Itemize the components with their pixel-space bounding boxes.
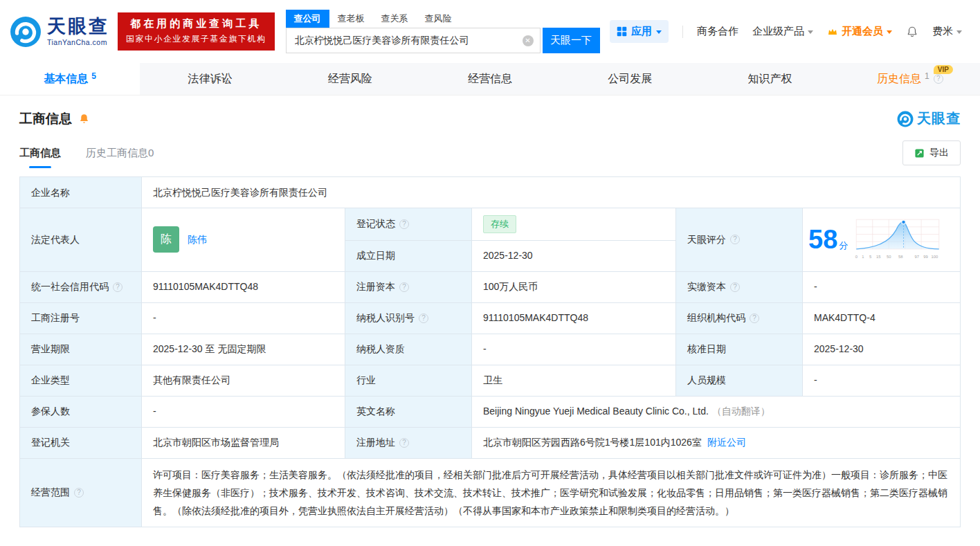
tab-operating-risk[interactable]: 经营风险 (280, 63, 420, 95)
table-row: 企业名称 北京柠悦悦己医疗美容诊所有限责任公司 (20, 177, 960, 208)
value-insured-count: - (142, 397, 345, 427)
svg-text:97: 97 (915, 255, 920, 259)
label-staff-size: 人员规模 (676, 365, 803, 396)
label-approval-date: 核准日期 (676, 334, 803, 365)
search-tab-company[interactable]: 查公司 (286, 10, 329, 28)
username-label: 费米 (932, 25, 953, 38)
search-button[interactable]: 天眼一下 (543, 28, 600, 53)
user-menu[interactable]: 费米 (932, 25, 962, 38)
bell-icon (906, 26, 918, 38)
value-reg-status: 存续 (472, 208, 676, 240)
value-business-term: 2025-12-30 至 无固定期限 (142, 334, 345, 365)
help-icon[interactable]: ? (399, 438, 409, 448)
label-reg-address: 注册地址 ? (345, 428, 472, 458)
search-tab-relation[interactable]: 查关系 (373, 10, 417, 28)
value-taxpayer-quali: - (472, 334, 676, 365)
section-title: 工商信息 (19, 110, 72, 128)
table-row: 营业期限 2025-12-30 至 无固定期限 纳税人资质 - 核准日期 202… (20, 334, 960, 365)
tab-operating-info[interactable]: 经营信息 (420, 63, 560, 95)
divider (682, 26, 683, 38)
search-tab-risk[interactable]: 查风险 (417, 10, 460, 28)
enterprise-label: 企业级产品 (752, 25, 804, 38)
label-company-name: 企业名称 (20, 177, 142, 208)
table-row: 统一社会信用代码 ? 91110105MAK4DTTQ48 注册资本 ? 100… (20, 272, 960, 303)
chevron-down-icon (956, 30, 962, 37)
value-reg-authority: 北京市朝阳区市场监督管理局 (142, 428, 345, 458)
label-legal-rep: 法定代表人 (20, 208, 142, 271)
notification-bell[interactable] (906, 26, 918, 38)
value-legal-rep: 陈 陈伟 (142, 208, 345, 271)
tab-label: 法律诉讼 (188, 72, 232, 87)
score-number: 58 分 (808, 226, 848, 253)
value-english-name: Beijing Ningyue Yueji Medical Beauty Cli… (472, 397, 960, 427)
svg-text:0: 0 (855, 255, 858, 259)
help-icon[interactable]: ? (74, 488, 84, 498)
cooperation-label: 商务合作 (697, 25, 738, 38)
value-company-name: 北京柠悦悦己医疗美容诊所有限责任公司 (142, 177, 960, 208)
main-tab-bar: 基本信息 5 法律诉讼 经营风险 经营信息 公司发展 知识产权 VIP 历史信息… (0, 63, 980, 95)
nav-enterprise-products[interactable]: 企业级产品 (752, 25, 813, 38)
status-badge: 存续 (483, 215, 516, 233)
subscribe-bell-button[interactable] (78, 113, 90, 125)
table-row: 参保人数 - 英文名称 Beijing Ningyue Yueji Medica… (20, 397, 960, 428)
label-est-date: 成立日期 (345, 241, 472, 271)
export-label: 导出 (929, 147, 949, 159)
label-reg-capital: 注册资本 ? (345, 272, 472, 302)
export-button[interactable]: 导出 (902, 140, 961, 165)
legal-rep-link[interactable]: 陈伟 (188, 233, 207, 247)
help-icon[interactable]: ? (730, 235, 740, 244)
subtab-history-business-info[interactable]: 历史工商信息0 (86, 147, 154, 168)
value-approval-date: 2025-12-30 (803, 334, 960, 365)
table-row: 经营范围 ? 许可项目：医疗美容服务；生活美容服务。（依法须经批准的项目，经相关… (20, 459, 960, 527)
legal-rep-avatar[interactable]: 陈 (153, 226, 179, 253)
help-icon[interactable]: ? (399, 282, 409, 292)
bell-icon (78, 113, 90, 125)
help-icon[interactable]: ? (750, 313, 759, 323)
auto-translate-note: （自动翻译） (712, 404, 770, 419)
label-business-scope: 经营范围 ? (20, 459, 142, 527)
clear-icon[interactable]: ✕ (523, 35, 534, 46)
subtab-business-info[interactable]: 工商信息 (19, 147, 61, 168)
label-industry: 行业 (345, 365, 472, 396)
apps-button[interactable]: 应用 (610, 20, 669, 43)
header: 天眼查 TianYanCha.com 都在用的商业查询工具 国家中小企业发展子基… (0, 0, 980, 63)
value-reg-no: - (142, 303, 345, 334)
value-est-date: 2025-12-30 (472, 241, 676, 271)
tab-company-development[interactable]: 公司发展 (560, 63, 700, 95)
tab-legal-litigation[interactable]: 法律诉讼 (140, 63, 280, 95)
promo-banner: 都在用的商业查询工具 国家中小企业发展子基金旗下机构 (118, 12, 275, 51)
tianyancha-logo[interactable]: 天眼查 TianYanCha.com (10, 16, 109, 48)
value-tyc-score: 58 分 (803, 208, 960, 271)
nav-open-vip[interactable]: 开通会员 (827, 25, 892, 38)
tab-intellectual-property[interactable]: 知识产权 (700, 63, 840, 95)
nearby-companies-link[interactable]: 附近公司 (707, 435, 746, 450)
label-tyc-score: 天眼评分 ? (676, 208, 803, 271)
value-reg-capital: 100万人民币 (472, 272, 676, 302)
search-tab-boss[interactable]: 查老板 (329, 10, 373, 28)
label-reg-status: 登记状态 ? (345, 208, 472, 240)
help-icon[interactable]: ? (399, 219, 409, 229)
help-icon[interactable]: ? (419, 313, 428, 323)
search-area: 查公司 查老板 查关系 查风险 ✕ 天眼一下 (286, 10, 600, 53)
nav-cooperation[interactable]: 商务合作 (697, 25, 738, 38)
help-icon[interactable]: ? (730, 282, 740, 292)
search-input[interactable] (286, 28, 541, 53)
value-reg-address: 北京市朝阳区芳园西路6号院1号楼1层101内1026室 附近公司 (472, 428, 960, 458)
label-company-type: 企业类型 (20, 365, 142, 396)
value-org-code: MAK4DTTQ-4 (803, 303, 960, 334)
tab-history-info[interactable]: VIP 历史信息 1 ? (840, 63, 980, 95)
help-icon[interactable]: ? (934, 74, 943, 84)
svg-text:99: 99 (924, 255, 929, 259)
svg-text:58: 58 (898, 255, 903, 259)
help-icon[interactable]: ? (113, 282, 122, 292)
logo-text: 天眼查 TianYanCha.com (47, 17, 109, 46)
score-chart: 0 1 5 15 50 58 97 99 100 (853, 216, 942, 263)
promo-line1: 都在用的商业查询工具 (126, 17, 266, 30)
tianyancha-logo-icon (897, 111, 914, 127)
promo-line2: 国家中小企业发展子基金旗下机构 (126, 33, 266, 45)
tab-basic-info[interactable]: 基本信息 5 (0, 63, 140, 95)
table-row: 企业类型 其他有限责任公司 行业 卫生 人员规模 - (20, 365, 960, 397)
label-taxpayer-id: 纳税人识别号 ? (345, 303, 472, 334)
label-credit-code: 统一社会信用代码 ? (20, 272, 142, 302)
value-staff-size: - (803, 365, 960, 396)
